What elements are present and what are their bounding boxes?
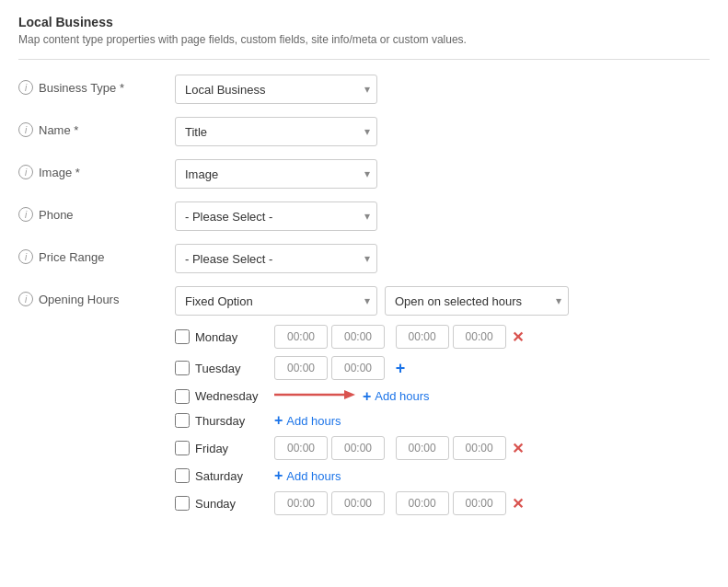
saturday-label: Saturday: [195, 469, 269, 483]
business-type-label: Business Type *: [39, 81, 124, 95]
sunday-times: ✕: [274, 491, 526, 515]
monday-row: Monday ✕: [175, 325, 526, 349]
wednesday-label: Wednesday: [195, 389, 269, 403]
opening-hours-row: i Opening Hours Fixed Option Open on sel…: [18, 286, 710, 523]
image-label: Image *: [39, 166, 80, 179]
phone-label: Phone: [39, 208, 74, 222]
phone-select[interactable]: - Please Select -: [175, 201, 377, 231]
name-info-icon[interactable]: i: [18, 122, 33, 137]
price-range-label: Price Range: [39, 250, 105, 264]
svg-marker-1: [344, 390, 355, 399]
friday-times: ✕: [274, 436, 526, 460]
opening-hours-option-wrapper: Fixed Option: [175, 286, 377, 316]
thursday-label: Thursday: [195, 414, 269, 428]
sunday-to1[interactable]: [331, 491, 385, 515]
opening-hours-status-wrapper: Open on selected hours: [385, 286, 569, 316]
opening-hours-label: Opening Hours: [39, 293, 119, 306]
opening-hours-status-select[interactable]: Open on selected hours: [385, 286, 569, 316]
wednesday-row: Wednesday + Add hours: [175, 387, 526, 405]
image-select[interactable]: Image: [175, 159, 377, 189]
monday-checkbox[interactable]: [175, 329, 190, 344]
business-type-row: i Business Type * Local Business: [18, 75, 710, 104]
friday-checkbox[interactable]: [175, 441, 190, 455]
opening-hours-option-select[interactable]: Fixed Option: [175, 286, 377, 316]
wednesday-add-hours-button[interactable]: + Add hours: [363, 388, 430, 405]
name-select[interactable]: Title: [175, 117, 377, 146]
sunday-checkbox[interactable]: [175, 496, 190, 511]
price-range-select[interactable]: - Please Select -: [175, 244, 377, 273]
sunday-to2[interactable]: [453, 491, 506, 515]
image-select-wrapper: Image: [175, 159, 377, 189]
tuesday-checkbox[interactable]: [175, 361, 190, 375]
thursday-plus-icon: +: [274, 412, 283, 429]
friday-label: Friday: [195, 442, 269, 455]
tuesday-add-icon[interactable]: +: [396, 360, 406, 376]
sunday-row: Sunday ✕: [175, 491, 526, 515]
friday-row: Friday ✕: [175, 436, 526, 460]
name-row: i Name * Title: [18, 117, 710, 146]
saturday-row: Saturday + Add hours: [175, 467, 526, 484]
thursday-checkbox[interactable]: [175, 413, 190, 428]
red-arrow-icon: [274, 387, 355, 402]
thursday-add-hours-label: Add hours: [286, 414, 341, 428]
monday-from2[interactable]: [396, 325, 449, 349]
friday-from1[interactable]: [274, 436, 328, 460]
thursday-add-hours-button[interactable]: + Add hours: [274, 412, 341, 429]
monday-times: ✕: [274, 325, 526, 349]
opening-hours-info-icon[interactable]: i: [18, 292, 33, 306]
friday-to2[interactable]: [453, 436, 506, 460]
sunday-from1[interactable]: [274, 491, 328, 515]
monday-to1[interactable]: [331, 325, 385, 349]
tuesday-from1[interactable]: [274, 356, 328, 380]
opening-hours-days: Monday ✕ Tuesday +: [175, 325, 526, 523]
friday-remove-button[interactable]: ✕: [510, 440, 526, 457]
monday-remove-button[interactable]: ✕: [510, 328, 526, 346]
business-type-select[interactable]: Local Business: [175, 75, 377, 104]
saturday-add-hours-button[interactable]: + Add hours: [274, 467, 341, 484]
sunday-label: Sunday: [195, 497, 269, 511]
friday-to1[interactable]: [331, 436, 385, 460]
monday-from1[interactable]: [274, 325, 328, 349]
tuesday-label: Tuesday: [195, 362, 269, 375]
sunday-from2[interactable]: [396, 491, 449, 515]
name-select-wrapper: Title: [175, 117, 377, 146]
saturday-plus-icon: +: [274, 467, 283, 484]
monday-to2[interactable]: [453, 325, 506, 349]
tuesday-times: +: [274, 356, 405, 380]
page-description: Map content type properties with page fi…: [18, 33, 710, 46]
price-range-info-icon[interactable]: i: [18, 249, 33, 264]
saturday-checkbox[interactable]: [175, 468, 190, 483]
image-row: i Image * Image: [18, 159, 710, 189]
thursday-row: Thursday + Add hours: [175, 412, 526, 429]
tuesday-row: Tuesday +: [175, 356, 526, 380]
saturday-add-hours-label: Add hours: [286, 469, 341, 483]
sunday-remove-button[interactable]: ✕: [510, 495, 526, 512]
price-range-select-wrapper: - Please Select -: [175, 244, 377, 273]
wednesday-add-hours-label: Add hours: [375, 389, 429, 403]
page-title: Local Business: [18, 15, 710, 29]
name-label: Name *: [39, 123, 78, 137]
business-type-info-icon[interactable]: i: [18, 80, 33, 95]
tuesday-to1[interactable]: [331, 356, 385, 380]
friday-from2[interactable]: [396, 436, 449, 460]
image-info-icon[interactable]: i: [18, 165, 33, 179]
wednesday-plus-icon: +: [363, 388, 371, 405]
monday-label: Monday: [195, 330, 269, 344]
price-range-row: i Price Range - Please Select -: [18, 244, 710, 273]
wednesday-checkbox[interactable]: [175, 389, 190, 404]
phone-info-icon[interactable]: i: [18, 207, 33, 222]
phone-select-wrapper: - Please Select -: [175, 201, 377, 231]
phone-row: i Phone - Please Select -: [18, 201, 710, 231]
business-type-select-wrapper: Local Business: [175, 75, 377, 104]
